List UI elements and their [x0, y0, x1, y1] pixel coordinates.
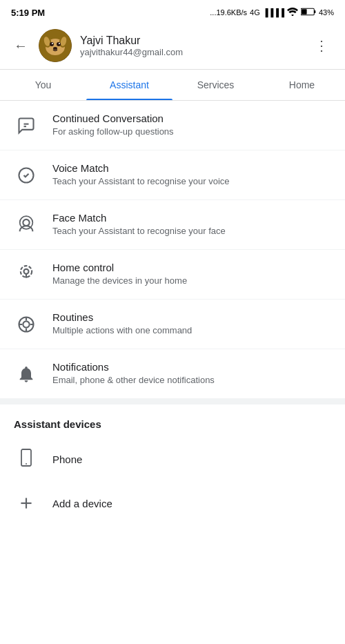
- voice-match-item[interactable]: Voice Match Teach your Assistant to reco…: [0, 150, 345, 200]
- tab-assistant[interactable]: Assistant: [86, 70, 172, 100]
- tabs-container: You Assistant Services Home: [0, 70, 345, 101]
- routines-desc: Multiple actions with one command: [52, 324, 331, 337]
- svg-point-9: [50, 42, 54, 46]
- voice-match-text: Voice Match Teach your Assistant to reco…: [52, 162, 331, 188]
- bell-icon: [14, 362, 39, 387]
- avatar-image: [39, 29, 72, 62]
- tab-you[interactable]: You: [0, 70, 86, 100]
- voice-match-title: Voice Match: [52, 162, 331, 174]
- svg-rect-2: [302, 9, 307, 14]
- home-control-text: Home control Manage the devices in your …: [52, 262, 331, 287]
- continued-conversation-title: Continued Conversation: [52, 113, 331, 124]
- phone-device-title: Phone: [52, 453, 82, 465]
- svg-point-11: [52, 43, 53, 44]
- notifications-text: Notifications Email, phone & other devic…: [52, 361, 331, 387]
- home-control-item[interactable]: Home control Manage the devices in your …: [0, 250, 345, 300]
- battery-percent: 43%: [319, 8, 334, 17]
- routines-icon: [14, 312, 39, 337]
- more-options-button[interactable]: ⋮: [309, 35, 334, 57]
- svg-point-17: [23, 219, 29, 225]
- status-bar: 5:19 PM ...19.6KB/s 4G ▐▐▐▐ 43%: [0, 0, 345, 22]
- routines-text: Routines Multiple actions with one comma…: [52, 311, 331, 337]
- svg-point-13: [53, 47, 57, 50]
- network-speed: ...19.6KB/s: [210, 8, 247, 17]
- tab-home[interactable]: Home: [259, 70, 345, 100]
- voice-match-desc: Teach your Assistant to recognise your v…: [52, 175, 331, 188]
- chat-icon: [14, 113, 39, 138]
- home-control-desc: Manage the devices in your home: [52, 275, 331, 287]
- routines-item[interactable]: Routines Multiple actions with one comma…: [0, 300, 345, 349]
- face-match-item[interactable]: Face Match Teach your Assistant to recog…: [0, 200, 345, 250]
- svg-rect-1: [314, 10, 315, 13]
- avatar: [39, 29, 72, 62]
- add-device-title: Add a device: [52, 498, 112, 509]
- settings-list: Continued Conversation For asking follow…: [0, 101, 345, 399]
- tab-services[interactable]: Services: [172, 70, 259, 100]
- voicematch-icon: [14, 163, 39, 188]
- assistant-devices-section: Assistant devices Phone Add a device: [0, 404, 345, 525]
- phone-device-item[interactable]: Phone: [0, 437, 345, 481]
- svg-point-18: [20, 216, 33, 229]
- notifications-title: Notifications: [52, 361, 331, 373]
- routines-title: Routines: [52, 311, 331, 323]
- face-match-desc: Teach your Assistant to recognise your f…: [52, 225, 331, 237]
- svg-point-10: [57, 42, 61, 46]
- user-info: Yajvi Thakur yajvithakur44@gmail.com: [80, 35, 301, 57]
- battery-icon: [301, 8, 316, 17]
- status-time: 5:19 PM: [11, 8, 45, 18]
- network-type-icon: 4G: [250, 8, 260, 17]
- add-device-item[interactable]: Add a device: [0, 481, 345, 525]
- svg-point-12: [59, 43, 60, 44]
- status-icons: ...19.6KB/s 4G ▐▐▐▐ 43%: [210, 8, 334, 17]
- continued-conversation-item[interactable]: Continued Conversation For asking follow…: [0, 101, 345, 150]
- back-button[interactable]: ←: [11, 35, 30, 57]
- svg-point-19: [24, 269, 29, 273]
- section-divider: [0, 399, 345, 404]
- continued-conversation-desc: For asking follow-up questions: [52, 126, 331, 138]
- header: ← Yajvi Th: [0, 22, 345, 70]
- home-control-title: Home control: [52, 262, 331, 273]
- plus-icon: [14, 491, 39, 516]
- svg-point-22: [23, 321, 29, 327]
- notifications-desc: Email, phone & other device notification…: [52, 374, 331, 387]
- user-email: yajvithakur44@gmail.com: [80, 47, 301, 57]
- assistant-devices-title: Assistant devices: [0, 404, 345, 437]
- notifications-item[interactable]: Notifications Email, phone & other devic…: [0, 349, 345, 399]
- home-control-icon: [14, 262, 39, 287]
- user-name: Yajvi Thakur: [80, 35, 301, 47]
- facematch-icon: [14, 213, 39, 237]
- face-match-text: Face Match Teach your Assistant to recog…: [52, 212, 331, 237]
- continued-conversation-text: Continued Conversation For asking follow…: [52, 113, 331, 138]
- face-match-title: Face Match: [52, 212, 331, 224]
- signal-icon: ▐▐▐▐: [263, 8, 284, 17]
- wifi-icon: [287, 8, 298, 17]
- phone-icon: [14, 447, 39, 471]
